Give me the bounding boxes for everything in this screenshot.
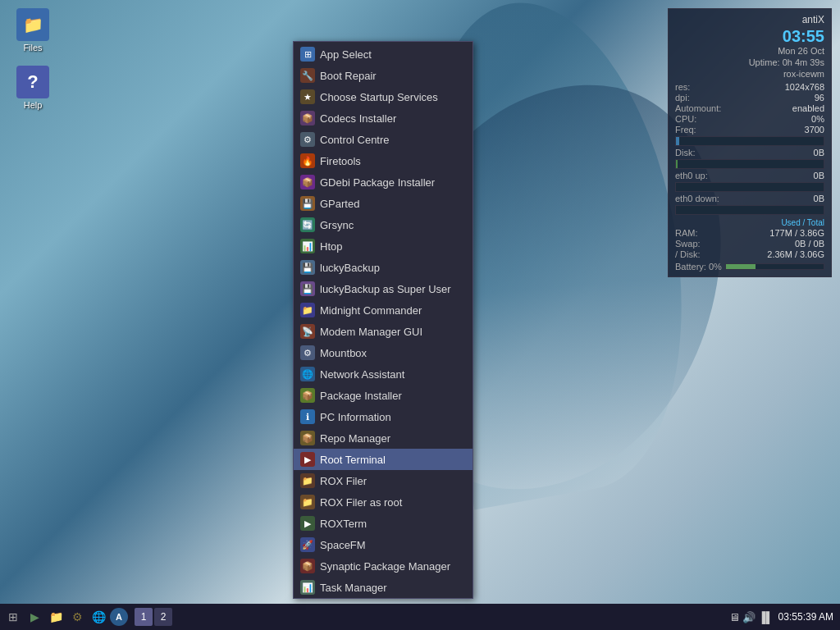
sys-item-codecs[interactable]: 📦 Codecs Installer bbox=[294, 107, 472, 129]
help-label: Help bbox=[24, 100, 43, 110]
sysinfo-time: 03:55 bbox=[675, 27, 824, 46]
battery-fill bbox=[726, 264, 756, 269]
sys-item-mountbox[interactable]: ⚙ Mountbox bbox=[294, 342, 472, 363]
sys-item-modem[interactable]: 📡 Modem Manager GUI bbox=[294, 321, 472, 342]
sys-item-roxterm[interactable]: ▶ ROXTerm bbox=[294, 513, 472, 534]
sys-item-taskmanager[interactable]: 📊 Task Manager bbox=[294, 577, 472, 598]
bootrepair-sys-icon: 🔧 bbox=[300, 68, 315, 83]
bootrepair-sys-label: Boot Repair bbox=[320, 70, 377, 82]
sys-item-pkg[interactable]: 📦 Package Installer bbox=[294, 385, 472, 406]
files-icon: 📁 bbox=[16, 8, 49, 41]
controlcentre-sys-label: Control Centre bbox=[320, 134, 390, 146]
sys-item-luckybackup-root[interactable]: 💾 luckyBackup as Super User bbox=[294, 278, 472, 299]
sysinfo-eth0up-row: eth0 up: 0B bbox=[675, 171, 824, 180]
taskbar-workspaces: 1 2 bbox=[135, 608, 172, 626]
cpu-label: CPU: bbox=[675, 114, 696, 124]
ram-value: 177M / 3.86G bbox=[769, 228, 824, 238]
res-label: res: bbox=[675, 82, 690, 92]
sys-item-gparted[interactable]: 💾 GParted bbox=[294, 193, 472, 214]
htop-sys-icon: 📊 bbox=[300, 239, 315, 253]
rootterminal-sys-icon: ▶ bbox=[300, 452, 315, 467]
taskbar: ⊞ ▶ 📁 ⚙ 🌐 A 1 2 🖥 🔊 ▐▌ 03:55:39 AM bbox=[0, 604, 840, 630]
htop-sys-label: Htop bbox=[320, 240, 342, 253]
mc-sys-icon: 📁 bbox=[300, 303, 315, 317]
disk-bar-fill bbox=[676, 160, 678, 168]
taskbar-icon-windows[interactable]: ⊞ bbox=[3, 607, 23, 627]
disk-bar bbox=[675, 159, 824, 169]
sys-item-firetools[interactable]: 🔥 Firetools bbox=[294, 150, 472, 171]
files-label: Files bbox=[23, 43, 42, 52]
sys-item-choosestartup[interactable]: ★ Choose Startup Services bbox=[294, 86, 472, 107]
desktop-icon-help[interactable]: ? Help bbox=[8, 66, 57, 110]
workspace-btn-1[interactable]: 1 bbox=[135, 608, 153, 626]
disk-label: Disk: bbox=[675, 148, 695, 158]
taskbar-icon-antix[interactable]: A bbox=[110, 608, 128, 626]
appselect-sys-label: App Select bbox=[320, 48, 372, 61]
swap-label: Swap: bbox=[675, 239, 701, 249]
sys-item-network[interactable]: 🌐 Network Assistant bbox=[294, 363, 472, 385]
sys-item-grsync[interactable]: 🔄 Grsync bbox=[294, 214, 472, 235]
roxfiler-sys-icon: 📁 bbox=[300, 473, 315, 488]
workspace-btn-2[interactable]: 2 bbox=[154, 608, 172, 626]
firetools-sys-icon: 🔥 bbox=[300, 153, 315, 168]
taskbar-icon-network[interactable]: 🌐 bbox=[89, 607, 108, 627]
eth0up-bar bbox=[675, 182, 824, 192]
modem-sys-icon: 📡 bbox=[300, 324, 315, 339]
sys-item-appselect[interactable]: ⊞ App Select bbox=[294, 43, 472, 65]
pkg-sys-label: Package Installer bbox=[320, 390, 402, 402]
sys-item-gdebi[interactable]: 📦 GDebi Package Installer bbox=[294, 171, 472, 193]
res-value: 840x630 bbox=[785, 82, 824, 92]
codecs-sys-icon: 📦 bbox=[300, 111, 315, 126]
taskbar-volume-icon[interactable]: 🔊 bbox=[742, 611, 756, 623]
freq-value: 3700 bbox=[805, 125, 824, 135]
taskbar-icon-files[interactable]: 📁 bbox=[46, 607, 66, 627]
eth0up-value: 0B bbox=[814, 171, 824, 180]
desktop-icon-files[interactable]: 📁 Files bbox=[8, 8, 57, 52]
sysinfo-eth0down-row: eth0 down: 0B bbox=[675, 194, 824, 203]
sysinfo-automount-row: Automount: enabled bbox=[675, 103, 824, 113]
sysinfo-disk-row: Disk: 0B bbox=[675, 148, 824, 158]
sys-item-spacefm[interactable]: 🚀 SpaceFM bbox=[294, 534, 472, 555]
sysinfo-res-row: res: 840x630 bbox=[675, 82, 824, 92]
taskbar-icon-settings[interactable]: ⚙ bbox=[67, 607, 87, 627]
sysinfo-disk2-row: / Disk: 2.36M / 3.06G bbox=[675, 249, 824, 259]
roxfiler-sys-label: ROX Filer bbox=[320, 475, 367, 487]
sys-item-roxfiler[interactable]: 📁 ROX Filer bbox=[294, 470, 472, 491]
sys-item-bootrepair[interactable]: 🔧 Boot Repair bbox=[294, 65, 472, 86]
sysinfo-uptime: Uptime: 0h 4m 39s bbox=[675, 57, 824, 67]
cpu-value: 0% bbox=[811, 114, 824, 124]
sys-item-synaptic[interactable]: 📦 Synaptic Package Manager bbox=[294, 555, 472, 577]
automount-label: Automount: bbox=[675, 103, 721, 113]
help-icon: ? bbox=[16, 66, 49, 98]
sys-item-controlcentre[interactable]: ⚙ Control Centre bbox=[294, 129, 472, 150]
taskbar-battery-icon: ▐▌ bbox=[758, 611, 773, 623]
battery-label: Battery: 0% bbox=[675, 262, 722, 272]
repo-sys-icon: 📦 bbox=[300, 431, 315, 445]
gdebi-sys-label: GDebi Package Installer bbox=[320, 176, 435, 189]
sys-item-mc[interactable]: 📁 Midnight Commander bbox=[294, 299, 472, 321]
taskbar-monitor-icon: 🖥 bbox=[729, 611, 740, 623]
taskbar-icon-terminal[interactable]: ▶ bbox=[25, 607, 44, 627]
grsync-sys-label: Grsync bbox=[320, 219, 354, 231]
sys-item-rootterminal[interactable]: ▶ Root Terminal bbox=[294, 449, 472, 470]
disk-value: 0B bbox=[814, 148, 824, 158]
taskmanager-sys-icon: 📊 bbox=[300, 580, 315, 595]
disk2-label: / Disk: bbox=[675, 249, 701, 259]
sys-item-htop[interactable]: 📊 Htop bbox=[294, 235, 472, 257]
gparted-sys-label: GParted bbox=[320, 198, 359, 210]
sys-item-repo[interactable]: 📦 Repo Manager bbox=[294, 427, 472, 449]
sys-item-luckybackup[interactable]: 💾 luckyBackup bbox=[294, 257, 472, 278]
sysinfo-cpu-row: CPU: 0% bbox=[675, 114, 824, 124]
modem-sys-label: Modem Manager GUI bbox=[320, 326, 422, 338]
sys-item-roxfiler-root[interactable]: 📁 ROX Filer as root bbox=[294, 491, 472, 513]
roxterm-sys-label: ROXTerm bbox=[320, 518, 367, 530]
eth0down-label: eth0 down: bbox=[675, 194, 719, 203]
gparted-sys-icon: 💾 bbox=[300, 196, 315, 211]
sysinfo-panel: antiX 03:55 Mon 26 Oct Uptime: 0h 4m 39s… bbox=[668, 8, 832, 277]
disk2-value: 2.36M / 3.06G bbox=[767, 249, 824, 259]
rootterminal-sys-label: Root Terminal bbox=[320, 454, 386, 466]
luckybackup-sys-icon: 💾 bbox=[300, 260, 315, 275]
taskbar-sys-icons: 🖥 🔊 ▐▌ bbox=[729, 611, 773, 623]
codecs-sys-label: Codecs Installer bbox=[320, 112, 396, 125]
sys-item-pcinfo[interactable]: ℹ PC Information bbox=[294, 406, 472, 427]
